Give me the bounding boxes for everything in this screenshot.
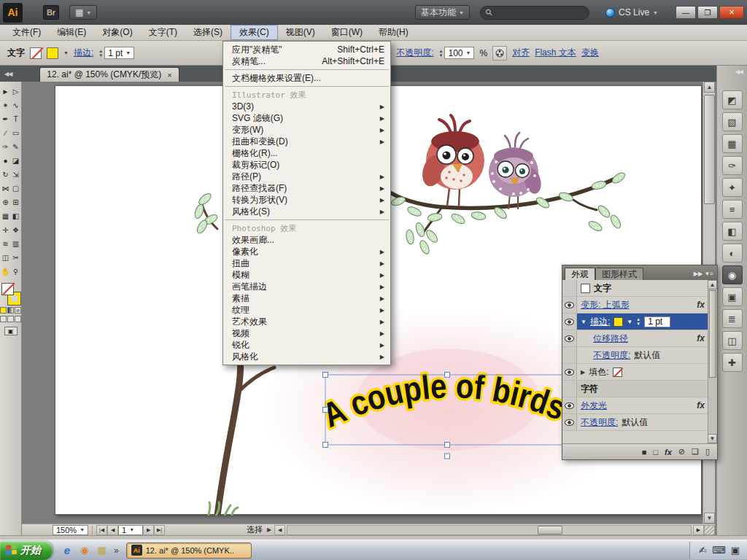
symbol-sprayer-tool[interactable]: ≋ (1, 237, 11, 251)
panel-menu-icon[interactable]: ▼≡ (704, 271, 713, 277)
add-new-stroke-button[interactable]: ■ (642, 448, 647, 456)
appearance-row-characters[interactable]: 字符 (562, 381, 708, 397)
menu-item-blur[interactable]: 模糊▶ (223, 269, 390, 281)
color-panel-button[interactable]: ◩ (722, 90, 743, 109)
appearance-row-fill[interactable]: ▶ 填色: (562, 364, 708, 381)
draw-normal-button[interactable] (0, 316, 7, 322)
visibility-toggle[interactable] (562, 314, 577, 330)
hand-tool[interactable]: ✋ (1, 265, 11, 279)
pen-tool[interactable]: ✒ (1, 112, 11, 126)
minimize-button[interactable]: — (676, 6, 696, 19)
spinner-down-icon[interactable]: ▼ (636, 322, 640, 326)
opacity-link[interactable]: 不透明度: (396, 47, 433, 59)
spinner-icons[interactable]: ▲▼ (98, 49, 103, 58)
menu-item-warp[interactable]: 变形(W)▶ (223, 124, 390, 136)
column-graph-tool[interactable]: ▥ (11, 237, 21, 251)
fill-stroke-indicator[interactable] (1, 283, 20, 305)
warp-link[interactable]: 变形: 上弧形 (581, 299, 630, 311)
visibility-toggle[interactable] (562, 364, 577, 380)
delete-item-button[interactable]: ▯ (705, 447, 710, 456)
collapse-right-dock-icon[interactable]: ◀◀ (735, 69, 743, 75)
selection-tool[interactable]: ► (1, 85, 11, 98)
vertical-scroll-thumb[interactable] (704, 95, 715, 204)
swatch-arrow-icon[interactable]: ▼ (627, 319, 632, 325)
transparency-panel-button[interactable]: ◐ (722, 244, 743, 262)
navigator-panel-button[interactable]: ✚ (722, 353, 743, 372)
blob-brush-tool[interactable]: ● (1, 154, 11, 168)
tab-appearance[interactable]: 外观 (565, 268, 595, 280)
menu-effect[interactable]: 效果(C) (231, 25, 278, 40)
draw-inside-button[interactable] (15, 316, 21, 322)
menu-item-crop-marks[interactable]: 裁剪标记(O) (223, 159, 390, 171)
close-button[interactable]: × (719, 6, 744, 19)
clear-appearance-button[interactable]: ⊘ (678, 447, 685, 456)
symbols-panel-button[interactable]: ✦ (722, 178, 743, 197)
add-new-fill-button[interactable]: □ (653, 448, 658, 456)
menu-item-video[interactable]: 视频▶ (223, 327, 390, 339)
menu-item-svg-filters[interactable]: SVG 滤镜(G)▶ (223, 112, 390, 124)
menu-help[interactable]: 帮助(H) (371, 25, 417, 40)
pencil-tool[interactable]: ✎ (11, 140, 21, 154)
menu-object[interactable]: 对象(O) (94, 25, 140, 40)
gradient-mode-button[interactable] (7, 307, 14, 314)
layers-panel-button[interactable]: ≣ (722, 309, 743, 328)
spinner-down-icon[interactable]: ▼ (98, 53, 103, 58)
panel-scroll-up-button[interactable]: ▲ (708, 280, 717, 289)
menu-item-brush-strokes[interactable]: 画笔描边▶ (223, 281, 390, 292)
appearance-row-outer-glow[interactable]: 外发光 fx (562, 397, 708, 414)
width-tool[interactable]: ⋈ (1, 182, 11, 195)
menu-item-last-effect-options[interactable]: 炭精笔... Alt+Shift+Ctrl+E (223, 55, 390, 67)
align-panel-link[interactable]: 对齐 (512, 47, 530, 59)
brushes-panel-button[interactable]: ✑ (722, 156, 743, 175)
folder-quicklaunch-icon[interactable]: ▦ (95, 543, 109, 558)
panel-expand-icon[interactable]: ▶▶ (694, 271, 703, 277)
hscroll-right-button[interactable]: ▶ (693, 525, 704, 535)
add-new-effect-button[interactable]: fx (665, 448, 672, 456)
zoom-tool[interactable]: ⚲ (11, 265, 21, 279)
status-popup-icon[interactable]: ▶ (267, 526, 271, 533)
arrange-documents-button[interactable]: ▦ ▼ (69, 5, 97, 20)
appearance-panel-button[interactable]: ◉ (722, 265, 743, 284)
recolor-artwork-button[interactable] (492, 46, 507, 61)
bird-purple[interactable] (489, 133, 543, 209)
eyedropper-tool[interactable]: ✛ (1, 223, 11, 237)
search-input[interactable] (496, 8, 576, 17)
hscroll-left-button[interactable]: ◀ (274, 525, 285, 535)
document-tab[interactable]: 12. ai* @ 150% (CMYK/预览) × (39, 67, 179, 82)
rectangle-tool[interactable]: ▭ (11, 126, 21, 140)
swatches-panel-button[interactable]: ▦ (722, 134, 743, 153)
eraser-tool[interactable]: ◪ (11, 154, 21, 168)
menu-item-artistic[interactable]: 艺术效果▶ (223, 316, 390, 327)
fill-none-swatch[interactable] (613, 368, 622, 377)
draw-behind-button[interactable] (7, 316, 14, 322)
transform-link[interactable]: 变换 (581, 47, 599, 59)
fx-icon[interactable]: fx (697, 400, 705, 411)
opacity-link[interactable]: 不透明度: (593, 349, 630, 362)
mesh-tool[interactable]: ▦ (1, 209, 11, 223)
menu-item-effect-gallery[interactable]: 效果画廊... (223, 234, 390, 246)
spinner-icons[interactable]: ▲▼ (439, 49, 444, 58)
appearance-row-offset-path[interactable]: 位移路径 fx (562, 330, 708, 347)
menu-item-texture[interactable]: 纹理▶ (223, 304, 390, 316)
menu-file[interactable]: 文件(F) (4, 25, 49, 40)
appearance-row-opacity-1[interactable]: 不透明度: 默认值 (562, 347, 708, 364)
cs-live-button[interactable]: CS Live ▼ (600, 5, 664, 20)
lasso-tool[interactable]: ∿ (11, 98, 21, 112)
appearance-row-stroke[interactable]: ▼ 描边: ▼ ▲▼ 1 pt (562, 314, 708, 330)
tab-graphic-styles[interactable]: 图形样式 (595, 268, 643, 280)
scale-tool[interactable]: ⇲ (11, 168, 21, 182)
panel-scroll-down-button[interactable]: ▼ (708, 434, 717, 443)
menu-item-pixelate[interactable]: 像素化▶ (223, 246, 390, 257)
horizontal-scrollbar[interactable] (287, 525, 692, 535)
visibility-toggle[interactable] (562, 297, 577, 313)
pen-input-tray-icon[interactable]: ✍ (699, 545, 707, 556)
expand-closed-icon[interactable]: ▶ (581, 369, 585, 376)
display-tray-icon[interactable]: ▣ (731, 545, 740, 556)
first-artboard-button[interactable]: |◀ (96, 525, 107, 535)
menu-item-rasterize[interactable]: 栅格化(R)... (223, 147, 390, 159)
none-mode-button[interactable]: ⊘ (15, 307, 21, 314)
magic-wand-tool[interactable]: ✶ (1, 98, 11, 112)
menu-item-convert-to-shape[interactable]: 转换为形状(V)▶ (223, 194, 390, 206)
duplicate-item-button[interactable]: ❏ (692, 447, 699, 456)
gradient-tool[interactable]: ◧ (11, 209, 21, 223)
